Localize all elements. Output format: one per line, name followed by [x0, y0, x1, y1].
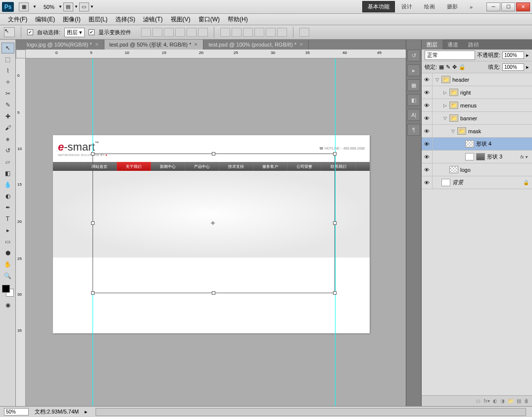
adjustment-layer-icon[interactable]: ◑	[500, 398, 505, 404]
layer-name[interactable]: header	[452, 77, 469, 83]
folder-icon[interactable]: 📁	[449, 89, 458, 96]
layer-row[interactable]: 👁形状 3fx ▾	[422, 151, 532, 163]
menu-select[interactable]: 选择(S)	[111, 15, 139, 24]
menu-view[interactable]: 视图(V)	[167, 15, 194, 24]
align-btn[interactable]	[164, 28, 174, 37]
close-button[interactable]: ✕	[516, 2, 530, 11]
lock-position-icon[interactable]: ✥	[452, 64, 457, 70]
auto-align-btn[interactable]	[299, 28, 309, 37]
zoom-display[interactable]: 50%	[44, 4, 54, 10]
doc-tab[interactable]: test.psd @ 100% (product, RGB/8) *✕	[203, 40, 308, 50]
layer-name[interactable]: 形状 3	[487, 153, 502, 160]
align-btn[interactable]	[175, 28, 185, 37]
distribute-btn[interactable]	[232, 28, 242, 37]
layer-row[interactable]: 👁▽📁banner	[422, 112, 532, 125]
menu-file[interactable]: 文件(F)	[4, 15, 31, 24]
layer-thumbnail[interactable]	[449, 166, 458, 173]
expand-arrow-icon[interactable]: ▽	[435, 77, 441, 82]
layer-row[interactable]: 👁▷📁right	[422, 86, 532, 99]
new-group-icon[interactable]: 📁	[508, 398, 514, 404]
horizontal-scrollbar[interactable]	[96, 408, 526, 416]
close-icon[interactable]: ✕	[95, 42, 99, 47]
styles-panel-icon[interactable]: ◧	[407, 94, 420, 106]
opacity-input[interactable]: 100%	[502, 52, 524, 59]
eraser-tool[interactable]: ▱	[1, 156, 14, 167]
character-panel-icon[interactable]: A|	[407, 109, 420, 121]
lock-all-icon[interactable]: 🔒	[459, 64, 466, 70]
zoom-tool[interactable]: 🔍	[1, 270, 14, 281]
dropdown-icon[interactable]: ▸	[526, 64, 529, 70]
vertical-ruler[interactable]: 05101520253035	[16, 58, 26, 406]
menu-filter[interactable]: 滤镜(T)	[139, 15, 166, 24]
history-brush-tool[interactable]: ↺	[1, 145, 14, 156]
transform-handle[interactable]	[333, 152, 337, 156]
mask-thumb[interactable]	[465, 153, 474, 160]
layer-name[interactable]: 形状 4	[476, 140, 491, 148]
menu-help[interactable]: 帮助(H)	[224, 15, 252, 24]
paths-tab[interactable]: 路径	[463, 40, 484, 50]
expand-arrow-icon[interactable]: ▷	[443, 90, 449, 95]
visibility-icon[interactable]: 👁	[422, 125, 433, 137]
visibility-icon[interactable]: 👁	[422, 86, 433, 99]
guide-line[interactable]	[335, 58, 336, 406]
distribute-btn[interactable]	[277, 28, 287, 37]
visibility-icon[interactable]: 👁	[422, 112, 433, 124]
visibility-icon[interactable]: 👁	[422, 99, 433, 111]
distribute-btn[interactable]	[243, 28, 253, 37]
transform-handle[interactable]	[91, 221, 95, 225]
lasso-tool[interactable]: ⌇	[1, 65, 14, 76]
doc-tab[interactable]: logo.jpg @ 100%(RGB/8) *✕	[22, 40, 104, 50]
distribute-btn[interactable]	[220, 28, 230, 37]
layer-row[interactable]: 👁▷📁menus	[422, 99, 532, 112]
align-btn[interactable]	[198, 28, 208, 37]
expand-arrow-icon[interactable]: ▷	[443, 103, 449, 108]
dropdown-icon[interactable]: ▼	[58, 4, 62, 9]
layer-row[interactable]: 👁形状 4	[422, 138, 532, 151]
dropdown-icon[interactable]: ▼	[90, 4, 94, 9]
link-layers-icon[interactable]: ⬭	[476, 398, 481, 404]
swatches-panel-icon[interactable]: ▦	[407, 79, 420, 91]
transform-handle[interactable]	[91, 291, 95, 295]
zoom-input[interactable]: 50%	[4, 408, 29, 416]
ruler-origin[interactable]	[16, 50, 26, 58]
bridge-icon[interactable]: ▦	[19, 2, 29, 11]
layer-thumbnail[interactable]	[476, 153, 485, 160]
stamp-tool[interactable]: ⎈	[1, 134, 14, 145]
crop-tool[interactable]: ✂	[1, 88, 14, 99]
menu-window[interactable]: 窗口(W)	[194, 15, 224, 24]
layer-row[interactable]: 👁▽📁mask	[422, 125, 532, 138]
layer-name[interactable]: logo	[460, 167, 471, 173]
pen-tool[interactable]: ✒	[1, 202, 14, 213]
layer-row[interactable]: 👁背景🔒	[422, 176, 532, 189]
layer-name[interactable]: right	[460, 90, 471, 96]
layer-row[interactable]: 👁▽📁header	[422, 73, 532, 86]
fill-input[interactable]: 100%	[502, 63, 524, 71]
delete-layer-icon[interactable]: 🗑	[524, 398, 529, 404]
dropdown-icon[interactable]: ▸	[526, 52, 529, 58]
folder-icon[interactable]: 📁	[441, 76, 450, 83]
lock-pixels-icon[interactable]: ✎	[446, 64, 450, 70]
transform-handle[interactable]	[91, 152, 95, 156]
workspace-more[interactable]: »	[464, 2, 478, 12]
dropdown-icon[interactable]: ▼	[33, 4, 37, 9]
marquee-tool[interactable]: ⬚	[1, 54, 14, 65]
align-btn[interactable]	[152, 28, 162, 37]
transform-handle[interactable]	[212, 152, 215, 156]
fx-badge[interactable]: fx ▾	[519, 155, 529, 159]
transform-bounding-box[interactable]: ✛	[93, 154, 335, 293]
layers-tab[interactable]: 图层	[422, 40, 442, 50]
close-icon[interactable]: ✕	[299, 42, 303, 47]
blend-mode-select[interactable]: 正常	[425, 51, 475, 60]
folder-icon[interactable]: 📁	[449, 102, 458, 109]
layer-fx-icon[interactable]: fx▾	[484, 398, 490, 404]
workspace-paint[interactable]: 绘画	[419, 1, 440, 12]
hand-tool[interactable]: ✋	[1, 259, 14, 270]
dodge-tool[interactable]: ◐	[1, 191, 14, 202]
transform-handle[interactable]	[212, 291, 215, 295]
workspace-photo[interactable]: 摄影	[441, 1, 463, 12]
expand-arrow-icon[interactable]: ▽	[443, 116, 449, 121]
auto-select-target[interactable]: 图层 ▾	[64, 28, 85, 37]
visibility-icon[interactable]: 👁	[422, 138, 433, 150]
layer-name[interactable]: mask	[468, 128, 481, 134]
layer-thumbnail[interactable]	[465, 140, 474, 148]
